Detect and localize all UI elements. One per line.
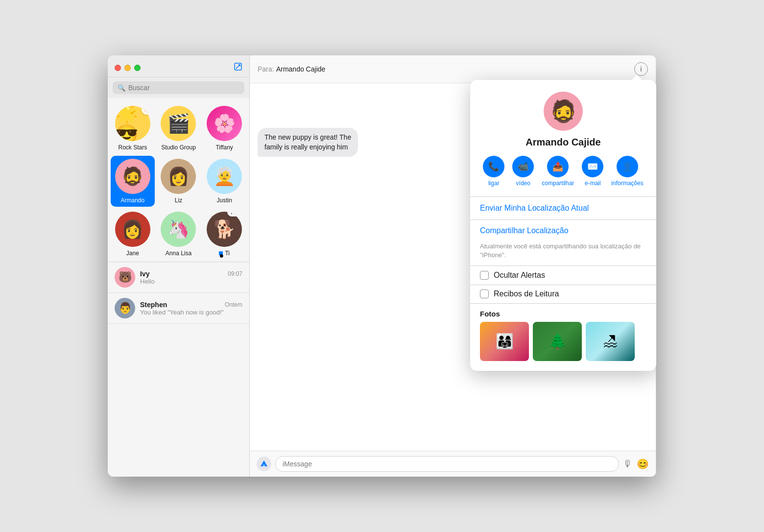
pinned-item-ti[interactable]: 🐕 Hey! ● Ti [202, 209, 246, 260]
compartilhar-label: compartilhar [542, 180, 574, 187]
close-button[interactable] [115, 65, 121, 71]
read-receipts-checkbox[interactable] [480, 290, 489, 298]
unread-dot-ti: ● [219, 251, 223, 255]
hide-alerts-checkbox[interactable] [480, 271, 489, 280]
audio-button[interactable]: 🎙 [623, 459, 633, 470]
hey-badge: Hey! [227, 212, 242, 217]
pinned-name-justin: Justin [216, 197, 232, 204]
pinned-avatar-armando: 🧔 [115, 159, 150, 194]
email-icon: ✉️ [582, 156, 603, 177]
search-bar: 🔍 [108, 77, 249, 98]
pinned-name-ti: Ti [225, 250, 230, 257]
pinned-name-tiffany: Tiffany [215, 144, 233, 151]
pinned-name-studio-group: Studio Group [161, 144, 196, 151]
conversation-list: 🐻 Ivy 09:07 Hello 👨 Stephen [108, 262, 249, 477]
conv-preview-ivy: Hello [140, 278, 242, 285]
info-actions: 📞 ligar 📹 vídeo 📤 compartilhar ✉️ e-mail… [480, 156, 646, 187]
pinned-item-rock-stars[interactable]: 🌟😎 ❤️ Rock Stars [111, 103, 155, 154]
search-icon: 🔍 [118, 84, 125, 92]
info-avatar-wrap: 🧔 [480, 92, 646, 131]
titlebar [108, 55, 249, 77]
search-input-wrap: 🔍 [113, 81, 244, 94]
conversation-item-ivy[interactable]: 🐻 Ivy 09:07 Hello [108, 262, 249, 293]
search-input[interactable] [128, 84, 239, 92]
chat-input-bar: A 🎙 😊 [250, 451, 656, 477]
pinned-avatar-tiffany: 🌸 [207, 106, 242, 141]
pinned-name-armando: Armando [120, 197, 144, 204]
photo-3[interactable]: 🏖 [586, 322, 635, 361]
info-panel-arrow [632, 75, 642, 80]
sidebar: 🔍 🌟😎 ❤️ Rock Stars 🎬 Studio Group [108, 55, 250, 477]
video-icon: 📹 [512, 156, 534, 177]
message-bubble-2: The new puppy is great! Thefamily is rea… [258, 128, 358, 157]
share-location-button[interactable]: Compartilhar Localização [480, 219, 646, 242]
conv-avatar-ivy: 🐻 [115, 267, 135, 288]
info-action-compartilhar[interactable]: 📤 compartilhar [542, 156, 574, 187]
pinned-avatar-liz: 👩 [161, 159, 196, 194]
photo-2[interactable]: 🌲 [533, 322, 582, 361]
app-window: 🔍 🌟😎 ❤️ Rock Stars 🎬 Studio Group [108, 55, 656, 477]
info-panel: 🧔 Armando Cajide 📞 ligar 📹 vídeo 📤 compa… [470, 80, 656, 371]
info-photos: 👨‍👩‍👧 🌲 🏖 [480, 322, 646, 361]
conv-info-stephen: Stephen Ontem You liked "Yeah now is goo… [140, 301, 242, 316]
unread-dot [116, 136, 120, 140]
info-action-ligar[interactable]: 📞 ligar [483, 156, 504, 187]
pinned-avatar-rock-stars: 🌟😎 ❤️ [115, 106, 150, 141]
informacoes-label: informações [611, 180, 643, 187]
pinned-item-justin[interactable]: 🧑‍🦳 Justin [202, 156, 246, 207]
location-note: Atualmente você está compartilhando sua … [480, 242, 646, 266]
email-label: e-mail [585, 180, 601, 187]
conv-info-ivy: Ivy 09:07 Hello [140, 270, 242, 285]
pinned-avatar-ti: 🐕 Hey! [207, 212, 242, 247]
message-input[interactable] [275, 456, 619, 472]
svg-text:A: A [263, 463, 265, 468]
app-store-button[interactable]: A [257, 457, 271, 471]
info-action-email[interactable]: ✉️ e-mail [582, 156, 603, 187]
pinned-avatar-anna-lisa: 🦄 [161, 212, 196, 247]
traffic-lights [115, 65, 141, 71]
informacoes-icon: 👤 [617, 156, 638, 177]
emoji-button[interactable]: 😊 [637, 458, 649, 470]
info-button[interactable]: i [634, 62, 648, 76]
pinned-name-rock-stars: Rock Stars [118, 144, 147, 151]
info-contact-name: Armando Cajide [480, 137, 646, 148]
compartilhar-icon: 📤 [547, 156, 569, 177]
conv-time-ivy: 09:07 [228, 270, 242, 277]
pinned-item-tiffany[interactable]: 🌸 Tiffany [202, 103, 246, 154]
conv-time-stephen: Ontem [225, 301, 242, 308]
read-receipts-row: Recibos de Leitura [480, 285, 646, 303]
info-avatar: 🧔 [544, 92, 583, 131]
chat-recipient: Armando Cajide [276, 65, 325, 73]
chat-to-wrap: Para: Armando Cajide [258, 65, 325, 73]
pinned-name-liz: Liz [175, 197, 182, 204]
hide-alerts-label: Ocultar Alertas [494, 271, 545, 280]
compose-button[interactable] [234, 62, 242, 73]
hide-alerts-row: Ocultar Alertas [480, 266, 646, 285]
conv-avatar-stephen: 👨 [115, 298, 135, 318]
info-action-video[interactable]: 📹 vídeo [512, 156, 534, 187]
chat-to-label: Para: [258, 65, 274, 73]
pinned-item-studio-group[interactable]: 🎬 Studio Group [157, 103, 201, 154]
pinned-item-jane[interactable]: 👩 Jane [111, 209, 155, 260]
pinned-contacts-grid: 🌟😎 ❤️ Rock Stars 🎬 Studio Group 🌸 Tiffan… [108, 98, 249, 262]
pinned-item-anna-lisa[interactable]: 🦄 Anna Lisa [157, 209, 201, 260]
info-action-informacoes[interactable]: 👤 informações [611, 156, 643, 187]
video-label: vídeo [516, 180, 530, 187]
conv-preview-stephen: You liked "Yeah now is good!" [140, 309, 242, 316]
photo-1[interactable]: 👨‍👩‍👧 [480, 322, 529, 361]
pinned-name-jane: Jane [126, 250, 139, 257]
send-location-button[interactable]: Enviar Minha Localização Atual [480, 197, 646, 219]
pinned-avatar-jane: 👩 [115, 212, 150, 247]
chat-header: Para: Armando Cajide i [250, 55, 656, 83]
minimize-button[interactable] [124, 65, 131, 71]
conv-header-ivy: Ivy 09:07 [140, 270, 242, 278]
conv-name-stephen: Stephen [140, 301, 167, 309]
pinned-item-armando[interactable]: 🧔 Armando [111, 156, 155, 207]
ligar-label: ligar [488, 180, 500, 187]
conversation-item-stephen[interactable]: 👨 Stephen Ontem You liked "Yeah now is g… [108, 293, 249, 324]
maximize-button[interactable] [134, 65, 141, 71]
read-receipts-label: Recibos de Leitura [494, 290, 559, 298]
pinned-name-anna-lisa: Anna Lisa [166, 250, 191, 257]
pinned-item-liz[interactable]: 👩 Liz [157, 156, 201, 207]
photos-section-title: Fotos [480, 304, 646, 322]
